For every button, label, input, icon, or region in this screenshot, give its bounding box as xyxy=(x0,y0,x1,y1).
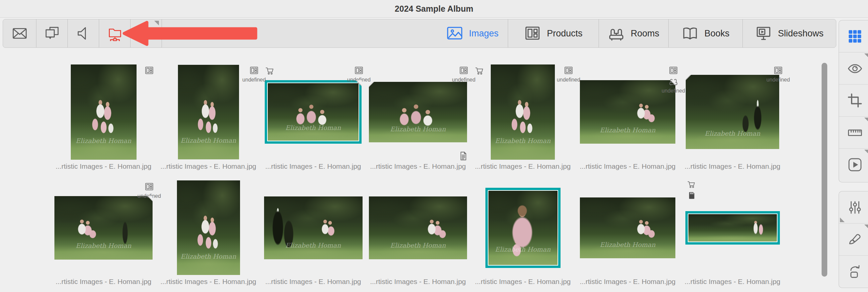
thumbnail-cell: Elizabeth Homan...rtistic Images - E. Ho… xyxy=(51,63,156,170)
photo-figures xyxy=(178,65,239,159)
thumbnail-filename: ...rtistic Images - E. Homan.jpg xyxy=(475,163,570,170)
status-badges: undefined xyxy=(458,66,470,83)
cart-badge-icon xyxy=(474,66,485,76)
vertical-scrollbar-thumb[interactable] xyxy=(822,63,827,276)
sliders-icon xyxy=(847,200,863,215)
cart-badge-icon xyxy=(265,66,275,76)
eye-icon xyxy=(847,61,863,76)
selected-thumbnail-frame xyxy=(685,211,780,244)
thumbnail-cell: Elizabeth Homan...rtistic Images - E. Ho… xyxy=(470,180,575,286)
thumbnail-cell: undefinedElizabeth Homan...rtistic Image… xyxy=(51,180,156,286)
photo-thumbnail[interactable] xyxy=(688,214,777,241)
photo-figures xyxy=(580,198,675,258)
main-toolbar: XY ImagesProductsRoomsBooksSlideshows xyxy=(3,19,836,48)
products-badge-icon xyxy=(669,66,678,75)
books-icon xyxy=(682,25,699,42)
sound-button[interactable] xyxy=(68,19,99,48)
sidebar-tools-panel-bottom xyxy=(839,191,868,288)
thumbnail-image-area: Elizabeth Homan xyxy=(51,63,156,160)
thumbnail-cell: undefinedElizabeth Homan...rtistic Image… xyxy=(156,63,261,170)
thumbnail-filename: ...rtistic Images - E. Homan.jpg xyxy=(580,278,675,286)
book-badge-icon: undefined xyxy=(242,77,266,83)
thumbnail-cell: Elizabeth Homan...rtistic Images - E. Ho… xyxy=(261,180,366,286)
photo-thumbnail[interactable]: Elizabeth Homan xyxy=(71,64,136,160)
products-badge-icon xyxy=(145,182,154,192)
book-badge-icon: undefined xyxy=(662,88,685,94)
photo-figures xyxy=(369,197,467,259)
photo-figures xyxy=(264,197,363,259)
selected-thumbnail-frame: Elizabeth Homan xyxy=(265,80,362,144)
network-folder-button[interactable] xyxy=(99,19,130,48)
rotate-icon xyxy=(847,264,863,279)
thumbnail-cell: ...rtistic Images - E. Homan.jpg xyxy=(680,180,785,286)
tab-slideshows[interactable]: Slideshows xyxy=(742,19,836,48)
thumbnail-filename: ...rtistic Images - E. Homan.jpg xyxy=(55,278,151,286)
thumbnail-filename: ...rtistic Images - E. Homan.jpg xyxy=(160,278,256,286)
book-badge-icon: undefined xyxy=(452,77,475,83)
products-badge-icon xyxy=(774,66,783,75)
photo-thumbnail[interactable]: Elizabeth Homan xyxy=(264,197,363,259)
thumbnail-filename: ...rtistic Images - E. Homan.jpg xyxy=(265,163,361,170)
status-badges: undefined xyxy=(248,66,260,83)
thumbnail-filename: ...rtistic Images - E. Homan.jpg xyxy=(580,163,675,170)
tab-products[interactable]: Products xyxy=(508,19,598,48)
sidebar-tool-thumbnail-grid-view[interactable] xyxy=(839,20,868,52)
email-button[interactable] xyxy=(3,19,36,48)
thumbnail-filename: ...rtistic Images - E. Homan.jpg xyxy=(265,278,361,286)
toolbar-spacer xyxy=(162,19,437,48)
photo-thumbnail[interactable]: Elizabeth Homan xyxy=(369,82,467,142)
tab-label: Rooms xyxy=(631,28,659,39)
photo-thumbnail[interactable]: Elizabeth Homan xyxy=(178,65,239,159)
photo-figures xyxy=(71,64,136,160)
thumbnail-cell: undefinedElizabeth Homan...rtistic Image… xyxy=(366,63,470,170)
tab-images[interactable]: Images xyxy=(437,19,508,48)
sidebar-tool-crop[interactable] xyxy=(839,84,868,116)
flyout-triangle-icon xyxy=(864,225,868,229)
products-badge-icon xyxy=(145,66,154,75)
toolbar-left-buttons: XY xyxy=(3,19,162,48)
thumbnail-image-area: Elizabeth Homan xyxy=(470,180,575,275)
tab-label: Slideshows xyxy=(778,28,824,39)
tab-label: Products xyxy=(547,28,583,39)
thumbnail-filename: ...rtistic Images - E. Homan.jpg xyxy=(370,163,466,170)
thumbnail-filename: ...rtistic Images - E. Homan.jpg xyxy=(55,163,151,170)
sidebar-tool-measure[interactable] xyxy=(839,116,868,148)
thumbnail-cell: undefinedElizabeth Homan...rtistic Image… xyxy=(680,63,785,170)
thumbnail-filename: ...rtistic Images - E. Homan.jpg xyxy=(684,163,780,170)
photo-thumbnail[interactable]: Elizabeth Homan xyxy=(369,197,467,259)
thumbnail-cell: Elizabeth Homan...rtistic Images - E. Ho… xyxy=(156,180,261,286)
photo-figures xyxy=(580,80,675,144)
photo-figures xyxy=(491,64,555,160)
photo-thumbnail[interactable]: Elizabeth Homan xyxy=(268,83,359,141)
photo-figures xyxy=(688,214,777,241)
sidebar-tool-retouch-brush[interactable] xyxy=(839,223,868,255)
status-badges xyxy=(143,66,155,75)
thumbnail-cell: undefinedElizabeth Homan...rtistic Image… xyxy=(575,63,680,170)
photo-thumbnail[interactable]: Elizabeth Homan xyxy=(488,191,558,265)
rooms-icon xyxy=(608,25,625,42)
photo-thumbnail[interactable]: Elizabeth Homan xyxy=(686,75,779,149)
second-monitor-button[interactable] xyxy=(36,19,68,48)
photo-figures xyxy=(54,196,153,260)
photo-thumbnail[interactable]: Elizabeth Homan xyxy=(580,198,675,258)
products-badge-icon xyxy=(564,66,573,75)
flyout-triangle-icon xyxy=(864,150,868,154)
sidebar-tool-preview[interactable] xyxy=(839,52,868,84)
photo-thumbnail[interactable]: Elizabeth Homan xyxy=(580,80,675,144)
brush-icon xyxy=(847,232,863,247)
tab-rooms[interactable]: Rooms xyxy=(598,19,669,48)
tab-books[interactable]: Books xyxy=(669,19,742,48)
photo-figures xyxy=(686,75,779,149)
products-badge-icon xyxy=(459,66,468,75)
photo-thumbnail[interactable]: Elizabeth Homan xyxy=(491,64,555,160)
network-folder-icon xyxy=(107,26,123,41)
sidebar-tool-adjustments[interactable] xyxy=(839,192,868,223)
tab-label: Images xyxy=(469,28,499,39)
thumbnail-image-area: Elizabeth Homan xyxy=(575,180,680,275)
flyout-triangle-icon xyxy=(864,118,868,122)
photo-thumbnail[interactable]: Elizabeth Homan xyxy=(177,180,240,275)
photo-thumbnail[interactable]: Elizabeth Homan xyxy=(54,196,153,260)
thumbnail-image-area: Elizabeth Homan xyxy=(156,180,261,275)
sidebar-tool-rotate[interactable] xyxy=(839,255,868,287)
sidebar-tool-slideshow-play[interactable] xyxy=(839,148,868,180)
